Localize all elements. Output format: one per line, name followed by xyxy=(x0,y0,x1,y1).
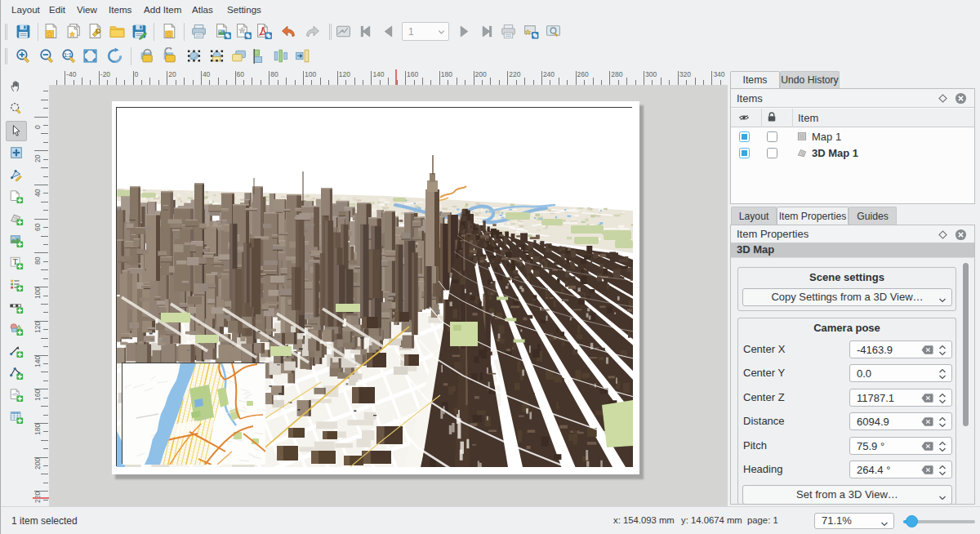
svg-text:1:1: 1:1 xyxy=(64,52,72,58)
